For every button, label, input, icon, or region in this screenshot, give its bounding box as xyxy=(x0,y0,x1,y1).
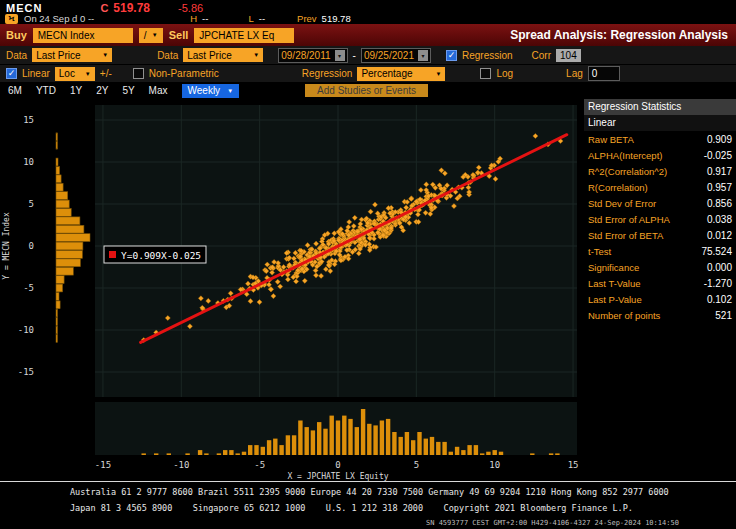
low-label: L xyxy=(248,13,253,24)
quote-bar: MECN C 519.78 -5.86 Ϟ On 24 Sep d 0 -- H… xyxy=(0,0,736,24)
stat-label: Number of points xyxy=(588,310,660,321)
stat-label: Std Error of ALPHA xyxy=(588,214,670,225)
data1-label: Data xyxy=(6,50,27,61)
svg-text:15: 15 xyxy=(568,460,579,470)
regression-checkbox[interactable]: ✓ xyxy=(446,50,457,61)
stat-value: 521 xyxy=(715,310,732,321)
stat-value: 0.917 xyxy=(707,166,732,177)
regression-scatter-chart[interactable]: Y=0.909X-0.025151050-5-10-15-15-10-50510… xyxy=(0,99,583,482)
stat-label: ALPHA(Intercept) xyxy=(588,150,662,161)
stat-label: Raw BETA xyxy=(588,134,634,145)
regression-type-dropdown[interactable]: Percentage ▼ xyxy=(357,67,445,81)
pair-separator-label: / xyxy=(144,30,147,41)
order-toolbar: Buy MECN Index / ▼ Sell JPCHATE LX Eq Sp… xyxy=(0,24,736,46)
svg-text:-10: -10 xyxy=(18,325,34,335)
tab-2y[interactable]: 2Y xyxy=(96,85,108,96)
svg-text:-15: -15 xyxy=(18,367,34,377)
stat-value: 0.012 xyxy=(707,230,732,241)
stats-panel-title: Regression Statistics xyxy=(584,99,736,115)
stat-row: Number of points521 xyxy=(584,307,736,323)
svg-text:0: 0 xyxy=(29,241,34,251)
svg-text:0: 0 xyxy=(335,460,340,470)
low-value: -- xyxy=(259,13,265,24)
regression-statistics-panel: Regression Statistics Linear Raw BETA0.9… xyxy=(584,99,736,323)
svg-text:Y=0.909X-0.025: Y=0.909X-0.025 xyxy=(121,250,201,261)
data1-source-dropdown[interactable]: Last Price ▼ xyxy=(32,48,112,62)
chevron-down-icon: ▼ xyxy=(253,52,259,58)
chart-canvas[interactable]: Y=0.909X-0.025151050-5-10-15-15-10-50510… xyxy=(0,99,583,482)
stat-row: Std Error of BETA0.012 xyxy=(584,227,736,243)
data1-source-value: Last Price xyxy=(36,50,80,61)
add-studies-field[interactable]: Add Studies or Events xyxy=(305,84,428,97)
svg-text:-5: -5 xyxy=(23,283,34,293)
tab-1y[interactable]: 1Y xyxy=(70,85,82,96)
svg-text:10: 10 xyxy=(489,460,500,470)
session-info: On 24 Sep d 0 -- xyxy=(24,13,94,24)
stat-value: 0.957 xyxy=(707,182,732,193)
chevron-down-icon: ▼ xyxy=(227,88,233,94)
calendar-icon[interactable]: ▾ xyxy=(335,50,345,61)
svg-text:5: 5 xyxy=(29,199,34,209)
svg-text:Y = MECN Index: Y = MECN Index xyxy=(2,212,11,280)
non-parametric-checkbox[interactable]: ✓ xyxy=(133,68,144,79)
data2-label: Data xyxy=(157,50,178,61)
sell-security-field[interactable]: JPCHATE LX Eq xyxy=(194,28,294,43)
stat-label: Last T-Value xyxy=(588,278,640,289)
stat-value: 0.102 xyxy=(707,294,732,305)
svg-text:-10: -10 xyxy=(173,460,189,470)
svg-text:-15: -15 xyxy=(95,460,111,470)
stat-value: 0.909 xyxy=(707,134,732,145)
non-parametric-label: Non-Parametric xyxy=(149,68,219,79)
stat-value: -1.270 xyxy=(704,278,732,289)
pair-mode-dropdown[interactable]: / ▼ xyxy=(139,28,163,43)
stat-value: 0.000 xyxy=(707,262,732,273)
stat-row: t-Test75.524 xyxy=(584,243,736,259)
chevron-down-icon: ▼ xyxy=(102,52,108,58)
contact-copyright-line: Japan 81 3 4565 8900 Singapore 65 6212 1… xyxy=(70,503,633,513)
start-date-field[interactable]: 09/28/2011 ▾ xyxy=(278,48,347,63)
period-tabs-row: 6M YTD 1Y 2Y 5Y Max Weekly ▼ Add Studies… xyxy=(0,82,736,99)
end-date-value: 09/25/2021 xyxy=(364,50,414,61)
stat-label: Std Dev of Error xyxy=(588,198,656,209)
loc-dropdown[interactable]: Loc ▼ xyxy=(55,67,95,81)
stat-label: Significance xyxy=(588,262,639,273)
stat-label: t-Test xyxy=(588,246,611,257)
loc-value: Loc xyxy=(59,68,75,79)
date-separator: - xyxy=(353,50,356,61)
stats-model-label: Linear xyxy=(584,115,736,131)
svg-text:X = JPCHATE LX Equity: X = JPCHATE LX Equity xyxy=(287,472,388,481)
tab-6m[interactable]: 6M xyxy=(8,85,22,96)
log-checkbox[interactable]: ✓ xyxy=(480,68,491,79)
tab-ytd[interactable]: YTD xyxy=(36,85,56,96)
svg-text:5: 5 xyxy=(414,460,419,470)
high-value: -- xyxy=(202,13,208,24)
chevron-down-icon: ▼ xyxy=(85,71,91,77)
corr-label: Corr xyxy=(532,50,551,61)
tab-5y[interactable]: 5Y xyxy=(122,85,134,96)
stat-row: R^2(Correlation^2)0.917 xyxy=(584,163,736,179)
stat-label: Std Error of BETA xyxy=(588,230,663,241)
data2-source-value: Last Price xyxy=(187,50,231,61)
lag-value-field[interactable]: 0 xyxy=(588,66,620,81)
tab-max[interactable]: Max xyxy=(149,85,168,96)
corr-value-field[interactable]: 104 xyxy=(556,49,581,62)
calendar-icon[interactable]: ▾ xyxy=(418,50,428,61)
stat-value: -0.025 xyxy=(704,150,732,161)
regression-checkbox-label: Regression xyxy=(462,50,513,61)
end-date-field[interactable]: 09/25/2021 ▾ xyxy=(361,48,431,63)
screen-title: Spread Analysis: Regression Analysis xyxy=(510,28,730,42)
data2-source-dropdown[interactable]: Last Price ▼ xyxy=(183,48,263,62)
linear-checkbox[interactable]: ✓ xyxy=(6,68,17,79)
svg-text:-5: -5 xyxy=(254,460,265,470)
chevron-down-icon: ▼ xyxy=(435,71,441,77)
stat-row: Raw BETA0.909 xyxy=(584,131,736,147)
stat-row: R(Correlation)0.957 xyxy=(584,179,736,195)
buy-security-field[interactable]: MECN Index xyxy=(33,28,133,43)
svg-text:15: 15 xyxy=(23,115,34,125)
regression-type-label: Regression xyxy=(302,68,353,79)
frequency-dropdown[interactable]: Weekly ▼ xyxy=(182,84,240,98)
stat-row: Std Dev of Error0.856 xyxy=(584,195,736,211)
prev-label: Prev xyxy=(297,13,317,24)
lightning-icon: Ϟ xyxy=(5,14,18,24)
log-checkbox-label: Log xyxy=(496,68,513,79)
